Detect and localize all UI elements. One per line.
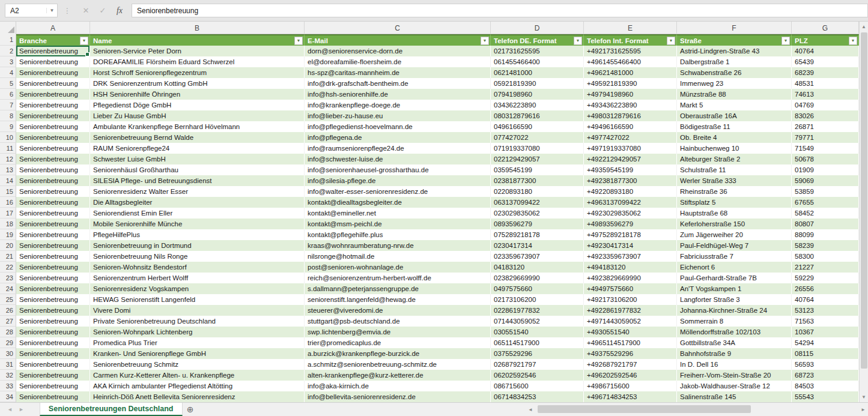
- cell-g4[interactable]: 68239: [792, 67, 859, 78]
- cell-f10[interactable]: Ob. Breite 4: [677, 132, 792, 143]
- horizontal-scroll-track[interactable]: [535, 403, 858, 416]
- row-header-13[interactable]: 13: [0, 164, 16, 175]
- cell-a27[interactable]: Seniorenbetreuung: [16, 316, 90, 327]
- row-header-25[interactable]: 25: [0, 294, 16, 305]
- row-header-16[interactable]: 16: [0, 197, 16, 208]
- cell-a17[interactable]: Seniorenbetreuung: [16, 208, 90, 219]
- sheet-nav-left-icon[interactable]: ◄: [7, 406, 19, 412]
- column-header-g[interactable]: G: [792, 22, 859, 34]
- column-header-a[interactable]: A: [16, 22, 90, 34]
- cell-d8[interactable]: 080312879616: [491, 110, 584, 121]
- cell-a5[interactable]: Seniorenbetreuung: [16, 78, 90, 89]
- cell-g17[interactable]: 58452: [792, 208, 859, 219]
- cell-g19[interactable]: 88099: [792, 229, 859, 240]
- cell-e2[interactable]: +4921731625595: [584, 46, 677, 56]
- cell-c22[interactable]: post@senioren-wohnanlage.de: [305, 262, 491, 273]
- cell-b30[interactable]: Kranken- Und Seniorenpflege GmbH: [90, 348, 305, 359]
- cell-b19[interactable]: PflegeHilfePlus: [90, 229, 305, 240]
- cell-d12[interactable]: 022129429057: [491, 154, 584, 164]
- cell-g6[interactable]: 74613: [792, 89, 859, 100]
- formula-input[interactable]: Seniorenbetreuung: [132, 4, 868, 17]
- cell-e12[interactable]: +4922129429057: [584, 154, 677, 164]
- cell-a15[interactable]: Seniorenbetreuung: [16, 186, 90, 197]
- cell-a34[interactable]: Seniorenbetreuung: [16, 391, 90, 402]
- cell-c18[interactable]: kontakt@msm-peichl.de: [305, 219, 491, 229]
- row-header-5[interactable]: 5: [0, 78, 16, 89]
- cell-e31[interactable]: +492687921797: [584, 359, 677, 370]
- filter-dropdown-icon[interactable]: ▼: [667, 37, 675, 45]
- cell-a24[interactable]: Seniorenbetreuung: [16, 283, 90, 294]
- cell-g18[interactable]: 80807: [792, 219, 859, 229]
- cell-a7[interactable]: Seniorenbetreuung: [16, 100, 90, 110]
- cell-b33[interactable]: AKA Kirnich ambulanter Pflegedienst Altö…: [90, 381, 305, 391]
- cell-f28[interactable]: Möllendorffstraße 102/103: [677, 327, 792, 337]
- cell-g33[interactable]: 84503: [792, 381, 859, 391]
- cell-a3[interactable]: Seniorenbetreuung: [16, 56, 90, 67]
- cell-f27[interactable]: Sommerrain 8: [677, 316, 792, 327]
- cell-d27[interactable]: 071443059052: [491, 316, 584, 327]
- cell-g2[interactable]: 40764: [792, 46, 859, 56]
- cell-d34[interactable]: 06714834253: [491, 391, 584, 402]
- row-header-29[interactable]: 29: [0, 337, 16, 348]
- cell-a30[interactable]: Seniorenbetreuung: [16, 348, 90, 359]
- cell-f21[interactable]: Fabriciusstraße 7: [677, 251, 792, 262]
- cell-b5[interactable]: DRK Seniorenzentrum Kotting GmbH: [90, 78, 305, 89]
- column-header-f[interactable]: F: [677, 22, 792, 34]
- cell-f19[interactable]: Zum Jägerweiher 20: [677, 229, 792, 240]
- cell-a14[interactable]: Seniorenbetreuung: [16, 175, 90, 186]
- cell-b26[interactable]: Vivere Domi: [90, 305, 305, 316]
- cell-b2[interactable]: Senioren-Service Peter Dorn: [90, 46, 305, 56]
- cell-a32[interactable]: Seniorenbetreuung: [16, 370, 90, 381]
- cell-g24[interactable]: 26556: [792, 283, 859, 294]
- cell-f25[interactable]: Langforter Straße 3: [677, 294, 792, 305]
- cell-d30[interactable]: 0375529296: [491, 348, 584, 359]
- cell-a9[interactable]: Seniorenbetreuung: [16, 121, 90, 132]
- select-all-corner[interactable]: [0, 22, 16, 34]
- cell-a33[interactable]: Seniorenbetreuung: [16, 381, 90, 391]
- cell-f12[interactable]: Alteburger Straße 2: [677, 154, 792, 164]
- cell-d25[interactable]: 02173106200: [491, 294, 584, 305]
- cell-c20[interactable]: kraas@wohnraumberatung-nrw.de: [305, 240, 491, 251]
- row-header-26[interactable]: 26: [0, 305, 16, 316]
- cell-d20[interactable]: 0230417314: [491, 240, 584, 251]
- cell-d19[interactable]: 075289218178: [491, 229, 584, 240]
- cell-c32[interactable]: alten-krankenpflege@kurz-ketterer.de: [305, 370, 491, 381]
- cell-g21[interactable]: 58300: [792, 251, 859, 262]
- cell-g13[interactable]: 01909: [792, 164, 859, 175]
- insert-function-icon[interactable]: fx: [111, 4, 128, 17]
- cell-b17[interactable]: Seniorendienst Emin Eller: [90, 208, 305, 219]
- column-header-c[interactable]: C: [305, 22, 491, 34]
- cell-f20[interactable]: Paul-Feldhügel-Weg 7: [677, 240, 792, 251]
- cell-e18[interactable]: +49893596279: [584, 219, 677, 229]
- cell-a22[interactable]: Seniorenbetreuung: [16, 262, 90, 273]
- cell-e17[interactable]: +4923029835062: [584, 208, 677, 219]
- cell-g3[interactable]: 65439: [792, 56, 859, 67]
- vertical-scrollbar[interactable]: ▲ ▼: [859, 22, 868, 402]
- cell-c7[interactable]: info@krankenpflege-doege.de: [305, 100, 491, 110]
- cell-c23[interactable]: reich@seniorenzentrum-herbert-wolff.de: [305, 273, 491, 283]
- sheet-nav-arrows[interactable]: ◄►: [7, 406, 30, 412]
- cell-e7[interactable]: +493436223890: [584, 100, 677, 110]
- cell-g5[interactable]: 48531: [792, 78, 859, 89]
- cell-e6[interactable]: +49794198960: [584, 89, 677, 100]
- cell-c17[interactable]: kontakt@emineller.net: [305, 208, 491, 219]
- cell-g22[interactable]: 21227: [792, 262, 859, 273]
- cell-c24[interactable]: s.dallmann@peterjanssengruppe.de: [305, 283, 491, 294]
- cell-d22[interactable]: 04183120: [491, 262, 584, 273]
- cell-g29[interactable]: 54294: [792, 337, 859, 348]
- cell-d26[interactable]: 022861977832: [491, 305, 584, 316]
- cell-g15[interactable]: 53859: [792, 186, 859, 197]
- cell-e30[interactable]: +49375529296: [584, 348, 677, 359]
- vertical-scroll-thumb[interactable]: [861, 32, 867, 369]
- cell-a12[interactable]: Seniorenbetreuung: [16, 154, 90, 164]
- cell-c26[interactable]: steuerer@viveredomi.de: [305, 305, 491, 316]
- cell-f34[interactable]: Salinenstraße 145: [677, 391, 792, 402]
- cell-a16[interactable]: Seniorenbetreuung: [16, 197, 90, 208]
- cell-f17[interactable]: Hauptstraße 68: [677, 208, 792, 219]
- cell-b25[interactable]: HEWAG Seniorenstift Langenfeld: [90, 294, 305, 305]
- horizontal-scrollbar[interactable]: ◄ ►: [526, 403, 868, 416]
- cell-b12[interactable]: Schwester Luise GmbH: [90, 154, 305, 164]
- cell-c14[interactable]: info@silesia-pflege.de: [305, 175, 491, 186]
- cell-c8[interactable]: info@lieber-zu-hause.eu: [305, 110, 491, 121]
- scroll-right-icon[interactable]: ►: [858, 407, 868, 412]
